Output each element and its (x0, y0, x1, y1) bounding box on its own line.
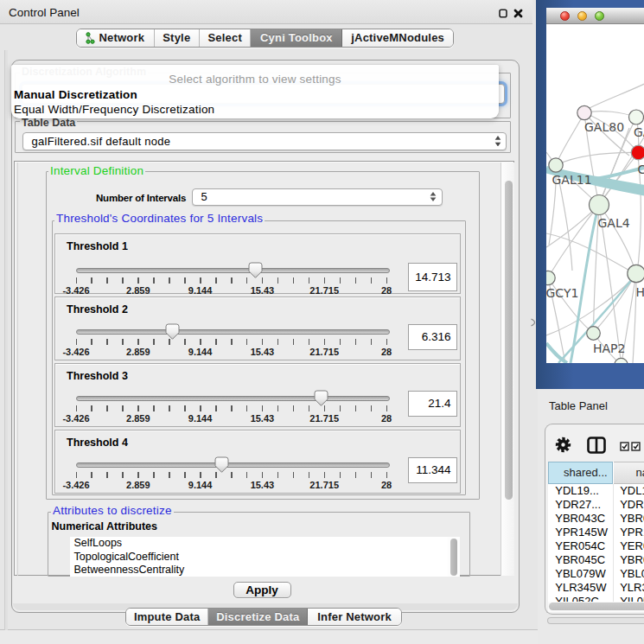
network-node-label: GAL11 (552, 173, 592, 187)
threshold-label: Threshold 2 (67, 303, 128, 316)
settings-scrollbar[interactable] (501, 163, 515, 576)
network-node-ga[interactable] (628, 110, 643, 124)
threshold-value-field[interactable]: 14.713 (408, 263, 457, 291)
table-hscrollbar[interactable] (548, 602, 644, 612)
list-item[interactable]: TopologicalCoefficient (70, 551, 448, 564)
tab-style[interactable]: Style (155, 29, 200, 47)
table-cell[interactable]: YLR345W (620, 581, 644, 595)
network-node-gal4[interactable] (589, 194, 609, 214)
slider-tick (184, 405, 186, 411)
minimize-window-icon[interactable] (577, 11, 587, 21)
number-of-intervals-label: Number of Intervals (96, 193, 186, 203)
threshold-label: Threshold 4 (67, 437, 128, 449)
table-cell[interactable]: YBR045C (555, 553, 605, 567)
table-cell[interactable]: YER054C (620, 539, 644, 553)
gear-icon[interactable] (555, 437, 571, 453)
threshold-value-field[interactable]: 11.344 (408, 457, 457, 483)
slider-tick (215, 277, 217, 284)
tab-impute-data[interactable]: Impute Data (126, 609, 208, 625)
slider-thumb[interactable] (248, 262, 263, 278)
table-panel: Table Panel shared...nameYDL19...YDL194W… (538, 389, 644, 644)
tab-discretize-data[interactable]: Discretize Data (208, 609, 308, 625)
column-header-shared-name[interactable]: shared... (548, 462, 613, 484)
slider-tick (340, 405, 341, 411)
threshold-value-field[interactable]: 6.316 (408, 324, 457, 350)
network-edge[interactable] (590, 168, 644, 180)
checkbox-icon[interactable] (631, 442, 641, 451)
network-node-c[interactable] (631, 145, 644, 160)
settings-scrollpane: Interval Definition Number of Intervals … (14, 161, 514, 576)
threshold-value-field[interactable]: 21.4 (408, 391, 457, 417)
slider-track[interactable] (76, 462, 390, 468)
slider-tick-label: 28 (381, 347, 392, 357)
table-panel-bottom-strip (547, 617, 644, 625)
network-node[interactable] (614, 358, 627, 363)
table-cell[interactable]: YBR043C (555, 512, 605, 526)
list-item[interactable]: SelfLoops (70, 537, 448, 551)
network-edge[interactable] (599, 205, 635, 271)
network-node-gal80[interactable] (577, 105, 590, 119)
tab-jactivemnodules[interactable]: jActiveMNodules (342, 29, 453, 47)
network-node-h[interactable] (627, 265, 644, 282)
attributes-list-scrollbar[interactable] (448, 537, 460, 577)
apply-button[interactable]: Apply (233, 582, 291, 599)
table-cell[interactable]: YLR345W (555, 581, 606, 595)
close-window-icon[interactable] (560, 11, 570, 21)
network-edge[interactable] (586, 84, 644, 110)
slider-tick-label: 9.144 (188, 480, 213, 490)
network-canvas[interactable]: GAL80GACGAL11GAL4GCY1HHAP2 (546, 24, 644, 363)
zoom-window-icon[interactable] (595, 11, 604, 21)
slider-track[interactable] (76, 268, 390, 273)
network-edge[interactable] (556, 152, 639, 165)
table-data-combobox[interactable]: galFiltered.sif default node (22, 132, 507, 151)
table-cell[interactable]: YPR145W (555, 526, 608, 539)
column-header-name[interactable]: name (614, 462, 644, 484)
slider-thumb[interactable] (214, 456, 229, 473)
tab-select[interactable]: Select (200, 29, 252, 47)
tab-network[interactable]: Network (77, 29, 155, 47)
slider-tick (184, 277, 186, 284)
slider-tick (340, 339, 341, 345)
popup-item-prompt: Select algorithm to view settings (11, 72, 499, 86)
table-cell[interactable]: YDL194W (620, 484, 644, 498)
node-table: shared...nameYDL19...YDL194WYDR27...YDR2… (548, 462, 644, 612)
network-node-gal11[interactable] (548, 157, 562, 171)
float-window-icon[interactable] (499, 9, 507, 18)
slider-tick (371, 339, 373, 345)
close-panel-icon[interactable] (513, 9, 523, 18)
table-cell[interactable]: YBL079W (555, 567, 606, 581)
combo-arrows-icon (494, 133, 501, 150)
network-edge[interactable] (584, 112, 629, 156)
slider-thumb[interactable] (314, 390, 328, 406)
slider-tick (309, 405, 310, 411)
table-cell[interactable]: YDL19... (555, 484, 599, 498)
split-columns-icon[interactable] (587, 437, 606, 454)
table-cell[interactable]: YPR145W (620, 526, 644, 539)
table-cell[interactable]: YDR277C (620, 498, 644, 512)
table-cell[interactable]: YBR045C (620, 553, 644, 567)
popup-item-1[interactable]: Manual Discretization (11, 87, 499, 102)
checkbox-icon[interactable] (620, 442, 629, 451)
slider-track[interactable] (76, 329, 390, 335)
slider-track[interactable] (76, 396, 390, 401)
slider-tick (215, 405, 217, 411)
slider-thumb[interactable] (165, 323, 180, 340)
popup-item-2[interactable]: Equal Width/Frequency Discretization (11, 102, 499, 117)
network-node-gcy1[interactable] (546, 271, 555, 284)
slider-tick (122, 277, 124, 284)
numerical-attributes-label: Numerical Attributes (52, 520, 157, 532)
table-cell[interactable]: YDR27... (555, 498, 601, 512)
tab-cyni-toolbox[interactable]: Cyni Toolbox (251, 29, 342, 47)
tab-infer-network[interactable]: Infer Network (308, 609, 401, 625)
tab-label: Cyni Toolbox (260, 31, 333, 44)
slider-tick (371, 405, 373, 411)
discretize-tab-content: Discretization Algorithm Table Data galF… (11, 60, 520, 613)
list-item[interactable]: BetweennessCentrality (70, 564, 448, 576)
number-of-intervals-combobox[interactable]: 5 (192, 188, 443, 207)
network-node-hap2[interactable] (586, 326, 600, 340)
table-cell[interactable]: YBL079W (620, 567, 644, 581)
network-edge[interactable] (637, 160, 641, 273)
numerical-attributes-list[interactable]: SelfLoopsTopologicalCoefficientBetweenne… (70, 537, 448, 577)
table-cell[interactable]: YBR043C (620, 512, 644, 526)
table-cell[interactable]: YER054C (555, 539, 605, 553)
